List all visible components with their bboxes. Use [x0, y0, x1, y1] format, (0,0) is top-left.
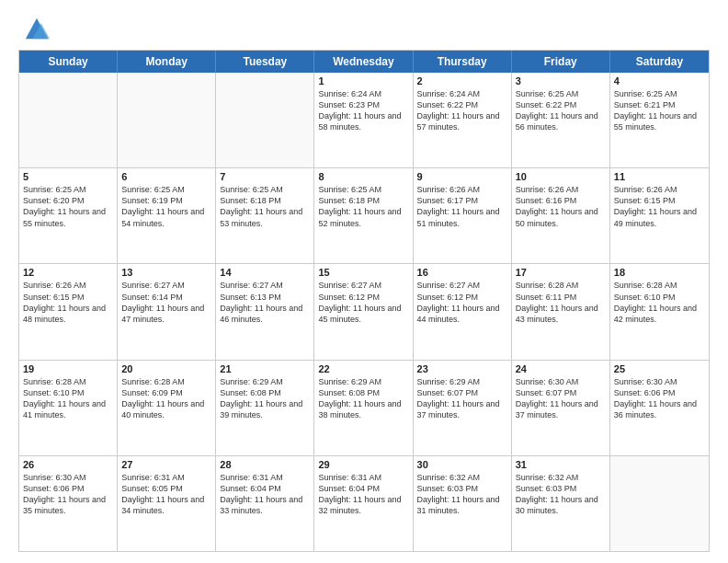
- day-info: Sunrise: 6:25 AM Sunset: 6:19 PM Dayligh…: [121, 184, 211, 229]
- calendar: SundayMondayTuesdayWednesdayThursdayFrid…: [18, 50, 710, 552]
- day-cell-25: 25Sunrise: 6:30 AM Sunset: 6:06 PM Dayli…: [610, 361, 709, 455]
- day-info: Sunrise: 6:24 AM Sunset: 6:22 PM Dayligh…: [417, 88, 507, 133]
- day-number: 26: [23, 459, 113, 470]
- day-cell-14: 14Sunrise: 6:27 AM Sunset: 6:13 PM Dayli…: [216, 264, 314, 359]
- day-info: Sunrise: 6:25 AM Sunset: 6:21 PM Dayligh…: [614, 88, 705, 133]
- day-number: 8: [318, 171, 408, 182]
- day-number: 31: [516, 459, 606, 470]
- day-number: 19: [23, 363, 113, 374]
- day-header-saturday: Saturday: [610, 51, 709, 73]
- day-cell-19: 19Sunrise: 6:28 AM Sunset: 6:10 PM Dayli…: [19, 361, 118, 455]
- day-cell-17: 17Sunrise: 6:28 AM Sunset: 6:11 PM Dayli…: [512, 264, 610, 359]
- day-cell-22: 22Sunrise: 6:29 AM Sunset: 6:08 PM Dayli…: [314, 361, 413, 455]
- page: SundayMondayTuesdayWednesdayThursdayFrid…: [0, 0, 728, 563]
- day-info: Sunrise: 6:32 AM Sunset: 6:03 PM Dayligh…: [417, 472, 507, 517]
- day-number: 3: [516, 75, 606, 86]
- day-info: Sunrise: 6:30 AM Sunset: 6:06 PM Dayligh…: [23, 472, 113, 517]
- day-info: Sunrise: 6:25 AM Sunset: 6:22 PM Dayligh…: [516, 88, 606, 133]
- logo: [18, 15, 50, 40]
- day-info: Sunrise: 6:27 AM Sunset: 6:12 PM Dayligh…: [417, 280, 507, 325]
- day-number: 13: [121, 267, 211, 278]
- day-number: 18: [614, 267, 705, 278]
- day-info: Sunrise: 6:29 AM Sunset: 6:08 PM Dayligh…: [318, 376, 408, 421]
- calendar-body: 1Sunrise: 6:24 AM Sunset: 6:23 PM Daylig…: [19, 73, 709, 551]
- day-number: 5: [23, 171, 113, 182]
- day-header-tuesday: Tuesday: [216, 51, 314, 73]
- day-info: Sunrise: 6:27 AM Sunset: 6:12 PM Dayligh…: [318, 280, 408, 325]
- day-info: Sunrise: 6:26 AM Sunset: 6:17 PM Dayligh…: [417, 184, 507, 229]
- day-cell-30: 30Sunrise: 6:32 AM Sunset: 6:03 PM Dayli…: [414, 456, 512, 551]
- day-header-sunday: Sunday: [19, 51, 118, 73]
- day-cell-4: 4Sunrise: 6:25 AM Sunset: 6:21 PM Daylig…: [610, 73, 709, 167]
- day-header-thursday: Thursday: [414, 51, 512, 73]
- day-number: 1: [318, 75, 408, 86]
- day-info: Sunrise: 6:29 AM Sunset: 6:08 PM Dayligh…: [220, 376, 310, 421]
- day-info: Sunrise: 6:31 AM Sunset: 6:04 PM Dayligh…: [220, 472, 310, 517]
- day-number: 15: [318, 267, 408, 278]
- day-cell-26: 26Sunrise: 6:30 AM Sunset: 6:06 PM Dayli…: [19, 456, 118, 551]
- day-number: 20: [121, 363, 211, 374]
- day-number: 2: [417, 75, 507, 86]
- day-cell-2: 2Sunrise: 6:24 AM Sunset: 6:22 PM Daylig…: [414, 73, 512, 167]
- day-cell-7: 7Sunrise: 6:25 AM Sunset: 6:18 PM Daylig…: [216, 168, 314, 263]
- day-info: Sunrise: 6:28 AM Sunset: 6:11 PM Dayligh…: [516, 280, 606, 325]
- calendar-week-1: 5Sunrise: 6:25 AM Sunset: 6:20 PM Daylig…: [19, 167, 709, 263]
- day-number: 10: [516, 171, 606, 182]
- day-cell-3: 3Sunrise: 6:25 AM Sunset: 6:22 PM Daylig…: [512, 73, 610, 167]
- day-info: Sunrise: 6:30 AM Sunset: 6:07 PM Dayligh…: [516, 376, 606, 421]
- day-number: 12: [23, 267, 113, 278]
- day-cell-9: 9Sunrise: 6:26 AM Sunset: 6:17 PM Daylig…: [414, 168, 512, 263]
- day-info: Sunrise: 6:26 AM Sunset: 6:16 PM Dayligh…: [516, 184, 606, 229]
- logo-icon: [24, 15, 50, 40]
- day-header-monday: Monday: [118, 51, 216, 73]
- day-cell-28: 28Sunrise: 6:31 AM Sunset: 6:04 PM Dayli…: [216, 456, 314, 551]
- day-cell-27: 27Sunrise: 6:31 AM Sunset: 6:05 PM Dayli…: [118, 456, 216, 551]
- day-info: Sunrise: 6:31 AM Sunset: 6:04 PM Dayligh…: [318, 472, 408, 517]
- day-number: 7: [220, 171, 310, 182]
- empty-cell: [19, 73, 118, 167]
- day-cell-18: 18Sunrise: 6:28 AM Sunset: 6:10 PM Dayli…: [610, 264, 709, 359]
- day-cell-20: 20Sunrise: 6:28 AM Sunset: 6:09 PM Dayli…: [118, 361, 216, 455]
- day-number: 30: [417, 459, 507, 470]
- empty-cell: [610, 456, 709, 551]
- day-info: Sunrise: 6:24 AM Sunset: 6:23 PM Dayligh…: [318, 88, 408, 133]
- day-info: Sunrise: 6:26 AM Sunset: 6:15 PM Dayligh…: [614, 184, 705, 229]
- day-info: Sunrise: 6:31 AM Sunset: 6:05 PM Dayligh…: [121, 472, 211, 517]
- day-info: Sunrise: 6:27 AM Sunset: 6:14 PM Dayligh…: [121, 280, 211, 325]
- day-cell-1: 1Sunrise: 6:24 AM Sunset: 6:23 PM Daylig…: [314, 73, 413, 167]
- day-info: Sunrise: 6:28 AM Sunset: 6:10 PM Dayligh…: [23, 376, 113, 421]
- day-info: Sunrise: 6:28 AM Sunset: 6:10 PM Dayligh…: [614, 280, 705, 325]
- day-info: Sunrise: 6:25 AM Sunset: 6:18 PM Dayligh…: [318, 184, 408, 229]
- empty-cell: [216, 73, 314, 167]
- day-info: Sunrise: 6:26 AM Sunset: 6:15 PM Dayligh…: [23, 280, 113, 325]
- day-number: 17: [516, 267, 606, 278]
- day-number: 28: [220, 459, 310, 470]
- day-cell-31: 31Sunrise: 6:32 AM Sunset: 6:03 PM Dayli…: [512, 456, 610, 551]
- day-number: 16: [417, 267, 507, 278]
- day-cell-23: 23Sunrise: 6:29 AM Sunset: 6:07 PM Dayli…: [414, 361, 512, 455]
- empty-cell: [118, 73, 216, 167]
- day-number: 9: [417, 171, 507, 182]
- day-number: 14: [220, 267, 310, 278]
- day-cell-6: 6Sunrise: 6:25 AM Sunset: 6:19 PM Daylig…: [118, 168, 216, 263]
- day-cell-15: 15Sunrise: 6:27 AM Sunset: 6:12 PM Dayli…: [314, 264, 413, 359]
- day-header-wednesday: Wednesday: [314, 51, 413, 73]
- calendar-week-4: 26Sunrise: 6:30 AM Sunset: 6:06 PM Dayli…: [19, 455, 709, 551]
- day-number: 25: [614, 363, 705, 374]
- day-number: 21: [220, 363, 310, 374]
- day-number: 6: [121, 171, 211, 182]
- day-cell-29: 29Sunrise: 6:31 AM Sunset: 6:04 PM Dayli…: [314, 456, 413, 551]
- day-number: 22: [318, 363, 408, 374]
- day-number: 24: [516, 363, 606, 374]
- calendar-header-row: SundayMondayTuesdayWednesdayThursdayFrid…: [19, 51, 709, 73]
- day-cell-8: 8Sunrise: 6:25 AM Sunset: 6:18 PM Daylig…: [314, 168, 413, 263]
- day-cell-21: 21Sunrise: 6:29 AM Sunset: 6:08 PM Dayli…: [216, 361, 314, 455]
- day-info: Sunrise: 6:25 AM Sunset: 6:18 PM Dayligh…: [220, 184, 310, 229]
- calendar-week-2: 12Sunrise: 6:26 AM Sunset: 6:15 PM Dayli…: [19, 263, 709, 359]
- day-number: 11: [614, 171, 705, 182]
- day-cell-16: 16Sunrise: 6:27 AM Sunset: 6:12 PM Dayli…: [414, 264, 512, 359]
- day-info: Sunrise: 6:28 AM Sunset: 6:09 PM Dayligh…: [121, 376, 211, 421]
- day-header-friday: Friday: [512, 51, 610, 73]
- day-cell-13: 13Sunrise: 6:27 AM Sunset: 6:14 PM Dayli…: [118, 264, 216, 359]
- calendar-week-0: 1Sunrise: 6:24 AM Sunset: 6:23 PM Daylig…: [19, 73, 709, 167]
